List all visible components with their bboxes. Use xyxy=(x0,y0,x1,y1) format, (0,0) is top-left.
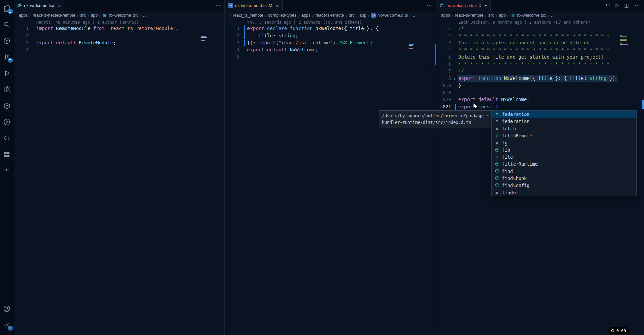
breadcrumb[interactable]: apps›react-ts-nested-remote›src›app›nx-w… xyxy=(14,11,224,19)
breadcrumb-item[interactable]: src xyxy=(80,13,86,18)
activity-search-icon[interactable] xyxy=(0,16,14,32)
line-number[interactable]: 1 xyxy=(436,25,451,32)
line-number[interactable]: 6 xyxy=(436,61,451,68)
suggest-item[interactable]: find xyxy=(492,168,636,175)
suggest-item[interactable]: ≡file xyxy=(492,153,636,160)
line-number[interactable]: 1 xyxy=(14,25,29,32)
suggest-item[interactable]: fib xyxy=(492,146,636,153)
breadcrumb-item[interactable]: react-ts-nested-remote xyxy=(32,13,75,18)
dirty-indicator[interactable]: ● xyxy=(485,3,487,7)
suggest-item-selected[interactable]: ≡federation xyxy=(492,111,636,118)
breadcrumb-item[interactable]: … xyxy=(551,13,555,18)
code-line[interactable]: 5Delete this file and get started with y… xyxy=(436,53,644,61)
code-line[interactable]: 6* * * * * * * * * * * * * * * * * * * *… xyxy=(436,61,644,68)
close-icon[interactable]: × xyxy=(486,112,489,119)
split-editor-icon[interactable]: ◫ xyxy=(624,2,629,8)
discard-changes-icon[interactable]: ↶ xyxy=(605,2,610,8)
suggest-item[interactable]: findConfig xyxy=(492,182,636,189)
code-line[interactable]: 821export const f xyxy=(436,103,644,110)
activity-package-icon[interactable] xyxy=(0,97,14,114)
activity-project-grid-icon[interactable] xyxy=(0,146,14,162)
close-icon[interactable]: × xyxy=(276,3,279,8)
code-line[interactable]: 4 xyxy=(14,46,224,53)
line-number[interactable]: 2 xyxy=(436,32,451,39)
code-line[interactable]: 819 xyxy=(436,89,644,96)
tab-nx-welcome-tsx-2[interactable]: nx-welcome.tsx 1 ● xyxy=(436,0,491,11)
code-editor-1[interactable]: Hanric, 48 minutes ago | 1 author (Hanri… xyxy=(14,19,224,335)
line-number[interactable]: 3 xyxy=(436,39,451,46)
code-line[interactable]: 820export default NxWelcome; xyxy=(436,96,644,103)
suggest-item[interactable]: ≡finder xyxy=(492,189,636,196)
code-line[interactable]: 3export default RemoteModule; xyxy=(14,39,224,46)
breadcrumb-item[interactable]: src xyxy=(349,13,355,18)
breadcrumb-item[interactable]: app xyxy=(499,13,506,18)
code-line[interactable]: 1/* xyxy=(436,25,644,32)
line-number[interactable]: 4 xyxy=(225,46,240,53)
breadcrumb-item[interactable]: src xyxy=(488,13,494,18)
breadcrumb-item[interactable]: nx-welcome.d.ts xyxy=(377,13,408,18)
suggest-item[interactable]: ≡fetch xyxy=(492,125,636,132)
breadcrumb-item[interactable]: … xyxy=(413,13,417,18)
activity-comments-icon[interactable]: ''' xyxy=(0,162,14,179)
more-actions-icon[interactable]: ⋯ xyxy=(427,2,432,8)
tab-nx-welcome-tsx[interactable]: nx-welcome.tsx × xyxy=(14,0,64,11)
code-line[interactable]: 1import RemoteModule from 'react_ts_remo… xyxy=(14,25,224,32)
fold-collapsed-icon[interactable]: › xyxy=(451,75,458,82)
activity-repl-icon[interactable] xyxy=(0,32,14,49)
minimap[interactable] xyxy=(409,44,415,49)
breadcrumb-item[interactable]: apps xyxy=(19,13,28,18)
close-icon[interactable]: × xyxy=(58,3,61,8)
minimap[interactable] xyxy=(620,35,628,46)
more-actions-icon[interactable]: ⋯ xyxy=(635,2,640,8)
breadcrumb-item[interactable]: react_ts_remote xyxy=(233,13,263,18)
code-line[interactable]: 3}): import("react/jsx-runtime").JSX.Ele… xyxy=(225,39,436,46)
line-number[interactable]: 3 xyxy=(225,39,240,46)
code-line[interactable]: 5 xyxy=(225,53,436,61)
breadcrumb-item[interactable]: react-ts-remote xyxy=(455,13,483,18)
activity-account-icon[interactable] xyxy=(0,300,14,317)
activity-settings-icon[interactable]: 1 xyxy=(0,317,14,333)
breadcrumb-item[interactable]: app xyxy=(91,13,98,18)
code-line[interactable]: 3This is a starter component and can be … xyxy=(436,39,644,46)
activity-explorer-icon[interactable]: 1 xyxy=(0,0,14,16)
code-line[interactable]: 7*/ xyxy=(436,68,644,75)
breadcrumb-item[interactable]: compiled-types xyxy=(268,13,296,18)
breadcrumb-item[interactable]: nx-welcome.tsx xyxy=(517,13,546,18)
line-number[interactable]: 818 xyxy=(436,82,451,89)
run-file-icon[interactable]: ▷ xyxy=(615,2,619,8)
code-line[interactable]: 1export declare function NxWelcome({ tit… xyxy=(225,25,436,32)
suggest-item[interactable]: findChunk xyxy=(492,175,636,182)
code-line[interactable]: 8›export function NxWelcome({ title }: {… xyxy=(436,75,644,82)
breadcrumb-item[interactable]: nx-welcome.tsx xyxy=(109,13,138,18)
line-number[interactable]: 820 xyxy=(436,96,451,103)
more-actions-icon[interactable]: ⋯ xyxy=(215,2,220,8)
tab-nx-welcome-dts[interactable]: TS nx-welcome.d.ts M × xyxy=(225,0,283,11)
line-number[interactable]: 1 xyxy=(225,25,240,32)
breadcrumb-item[interactable]: apps xyxy=(441,13,450,18)
line-number[interactable]: 5 xyxy=(436,53,451,61)
line-number[interactable]: 2 xyxy=(14,32,29,39)
line-number[interactable]: 821 xyxy=(436,103,451,110)
code-line[interactable]: 4export default NxWelcome; xyxy=(225,46,436,53)
suggest-item[interactable]: ≡fg xyxy=(492,139,636,146)
scrollbar-thumb[interactable] xyxy=(642,100,644,109)
line-number[interactable]: 3 xyxy=(14,39,29,46)
code-line[interactable]: 2 title: string; xyxy=(225,32,436,39)
activity-live-preview-icon[interactable] xyxy=(0,114,14,130)
breadcrumb[interactable]: ›react_ts_remote›compiled-types›apps›rea… xyxy=(225,11,436,19)
line-number[interactable]: 4 xyxy=(14,46,29,53)
code-line[interactable]: 2 xyxy=(14,32,224,39)
activity-extensions-icon[interactable] xyxy=(0,81,14,97)
line-number[interactable]: 8 xyxy=(436,75,451,82)
suggest-item[interactable]: fetchRemote xyxy=(492,132,636,139)
suggest-item[interactable]: filterRuntime xyxy=(492,160,636,168)
code-line[interactable]: 4* * * * * * * * * * * * * * * * * * * *… xyxy=(436,46,644,53)
line-number[interactable]: 4 xyxy=(436,46,451,53)
breadcrumb-item[interactable]: apps xyxy=(301,13,310,18)
code-editor-2[interactable]: You, 5 seconds ago | 2 authors (You and … xyxy=(225,19,436,335)
breadcrumb-item[interactable]: app xyxy=(359,13,366,18)
activity-code-snippets-icon[interactable] xyxy=(0,130,14,146)
line-number[interactable]: 819 xyxy=(436,89,451,96)
line-number[interactable]: 7 xyxy=(436,68,451,75)
breadcrumb[interactable]: apps›react-ts-remote›src›app›nx-welcome.… xyxy=(436,11,644,19)
